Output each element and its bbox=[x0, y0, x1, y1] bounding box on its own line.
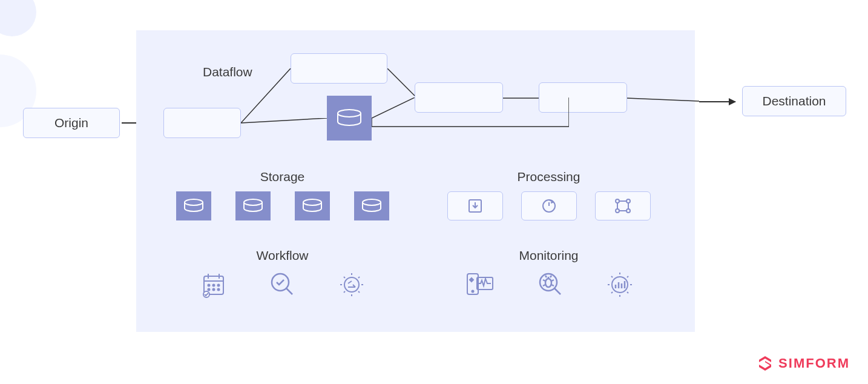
disk-icon bbox=[176, 191, 211, 220]
disk-icon bbox=[235, 191, 271, 220]
workflow-icons bbox=[154, 271, 410, 298]
storage-title: Storage bbox=[154, 165, 410, 184]
svg-point-20 bbox=[344, 277, 359, 292]
svg-point-12 bbox=[208, 285, 209, 286]
processing-section: Processing bbox=[421, 165, 677, 236]
calendar-icon bbox=[200, 271, 227, 298]
monitoring-icons bbox=[421, 271, 677, 298]
svg-point-10 bbox=[626, 209, 630, 213]
flow-node-2 bbox=[291, 53, 387, 84]
destination-node: Destination bbox=[742, 86, 846, 116]
svg-point-0 bbox=[185, 199, 203, 205]
svg-point-15 bbox=[208, 289, 209, 291]
bug-search-icon bbox=[538, 271, 564, 298]
device-monitor-icon bbox=[465, 271, 495, 298]
svg-point-17 bbox=[217, 289, 219, 291]
svg-point-16 bbox=[212, 289, 214, 291]
workflow-title: Workflow bbox=[154, 243, 410, 263]
brand-name: SIMFORM bbox=[778, 356, 850, 371]
svg-point-13 bbox=[212, 285, 214, 286]
svg-point-24 bbox=[540, 274, 557, 291]
refresh-icon bbox=[521, 191, 577, 220]
svg-point-19 bbox=[272, 274, 289, 291]
diagram-canvas: Origin Destination Dataflow Storage bbox=[0, 0, 868, 384]
disk-icon bbox=[354, 191, 389, 220]
svg-point-8 bbox=[626, 199, 630, 203]
gear-arrows-icon bbox=[338, 271, 365, 298]
svg-point-1 bbox=[244, 199, 262, 205]
svg-point-2 bbox=[303, 199, 321, 205]
brand-logo-icon bbox=[757, 355, 774, 372]
workflow-section: Workflow bbox=[154, 243, 410, 315]
gear-chart-icon bbox=[607, 271, 633, 298]
svg-point-3 bbox=[363, 199, 381, 205]
download-icon bbox=[447, 191, 503, 220]
storage-section: Storage bbox=[154, 165, 410, 236]
svg-point-22 bbox=[472, 291, 473, 293]
svg-point-25 bbox=[545, 279, 551, 287]
svg-point-14 bbox=[217, 285, 219, 286]
svg-point-7 bbox=[616, 199, 619, 203]
svg-point-27 bbox=[338, 110, 361, 117]
flow-disk-node bbox=[327, 96, 372, 141]
processing-title: Processing bbox=[421, 165, 677, 184]
monitoring-section: Monitoring bbox=[421, 243, 677, 315]
disk-icon bbox=[295, 191, 330, 220]
destination-label: Destination bbox=[762, 94, 826, 108]
network-icon bbox=[595, 191, 651, 220]
processing-icons bbox=[421, 191, 677, 220]
monitoring-title: Monitoring bbox=[421, 243, 677, 263]
origin-node: Origin bbox=[23, 108, 120, 138]
svg-point-9 bbox=[616, 209, 619, 213]
search-check-icon bbox=[269, 271, 296, 298]
brand-logo: SIMFORM bbox=[757, 355, 850, 372]
flow-node-1 bbox=[163, 108, 241, 138]
storage-icons bbox=[154, 191, 410, 220]
arrow-main-to-destination bbox=[699, 101, 735, 102]
origin-label: Origin bbox=[54, 116, 88, 130]
